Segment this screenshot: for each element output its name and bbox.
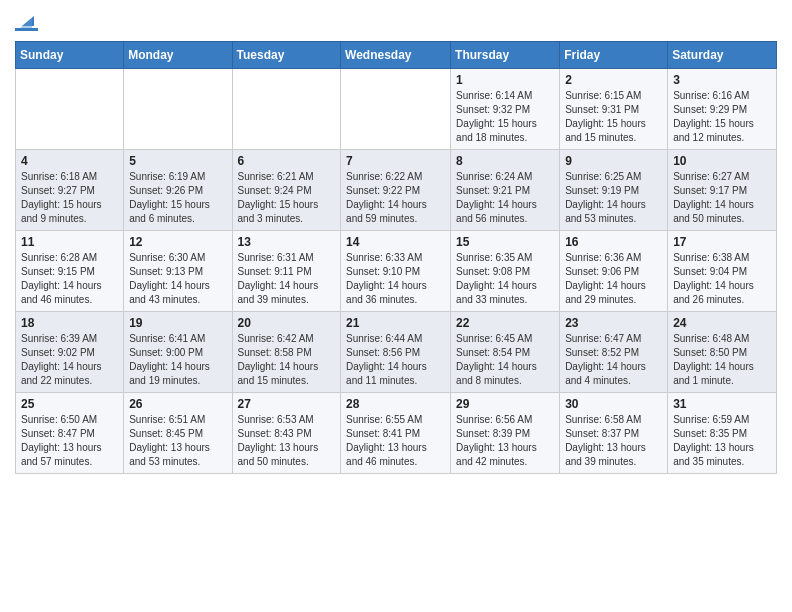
weekday-header-monday: Monday (124, 42, 232, 69)
calendar-cell: 26Sunrise: 6:51 AM Sunset: 8:45 PM Dayli… (124, 393, 232, 474)
weekday-header-row: SundayMondayTuesdayWednesdayThursdayFrid… (16, 42, 777, 69)
day-number: 14 (346, 235, 445, 249)
day-info: Sunrise: 6:36 AM Sunset: 9:06 PM Dayligh… (565, 251, 662, 307)
calendar-cell: 9Sunrise: 6:25 AM Sunset: 9:19 PM Daylig… (560, 150, 668, 231)
calendar-cell: 27Sunrise: 6:53 AM Sunset: 8:43 PM Dayli… (232, 393, 341, 474)
day-info: Sunrise: 6:28 AM Sunset: 9:15 PM Dayligh… (21, 251, 118, 307)
day-info: Sunrise: 6:58 AM Sunset: 8:37 PM Dayligh… (565, 413, 662, 469)
week-row-1: 1Sunrise: 6:14 AM Sunset: 9:32 PM Daylig… (16, 69, 777, 150)
calendar-cell: 7Sunrise: 6:22 AM Sunset: 9:22 PM Daylig… (341, 150, 451, 231)
calendar-cell (124, 69, 232, 150)
day-number: 10 (673, 154, 771, 168)
day-number: 9 (565, 154, 662, 168)
day-info: Sunrise: 6:48 AM Sunset: 8:50 PM Dayligh… (673, 332, 771, 388)
weekday-header-friday: Friday (560, 42, 668, 69)
day-number: 31 (673, 397, 771, 411)
logo-underline (15, 28, 38, 31)
calendar-cell: 11Sunrise: 6:28 AM Sunset: 9:15 PM Dayli… (16, 231, 124, 312)
day-number: 6 (238, 154, 336, 168)
day-number: 2 (565, 73, 662, 87)
week-row-4: 18Sunrise: 6:39 AM Sunset: 9:02 PM Dayli… (16, 312, 777, 393)
day-info: Sunrise: 6:25 AM Sunset: 9:19 PM Dayligh… (565, 170, 662, 226)
day-number: 23 (565, 316, 662, 330)
day-number: 28 (346, 397, 445, 411)
calendar-cell: 3Sunrise: 6:16 AM Sunset: 9:29 PM Daylig… (668, 69, 777, 150)
day-number: 29 (456, 397, 554, 411)
day-info: Sunrise: 6:47 AM Sunset: 8:52 PM Dayligh… (565, 332, 662, 388)
week-row-2: 4Sunrise: 6:18 AM Sunset: 9:27 PM Daylig… (16, 150, 777, 231)
calendar-cell: 24Sunrise: 6:48 AM Sunset: 8:50 PM Dayli… (668, 312, 777, 393)
day-info: Sunrise: 6:59 AM Sunset: 8:35 PM Dayligh… (673, 413, 771, 469)
day-info: Sunrise: 6:19 AM Sunset: 9:26 PM Dayligh… (129, 170, 226, 226)
day-info: Sunrise: 6:39 AM Sunset: 9:02 PM Dayligh… (21, 332, 118, 388)
day-number: 27 (238, 397, 336, 411)
calendar-cell: 4Sunrise: 6:18 AM Sunset: 9:27 PM Daylig… (16, 150, 124, 231)
calendar-cell: 17Sunrise: 6:38 AM Sunset: 9:04 PM Dayli… (668, 231, 777, 312)
calendar-cell: 13Sunrise: 6:31 AM Sunset: 9:11 PM Dayli… (232, 231, 341, 312)
day-number: 25 (21, 397, 118, 411)
weekday-header-saturday: Saturday (668, 42, 777, 69)
week-row-5: 25Sunrise: 6:50 AM Sunset: 8:47 PM Dayli… (16, 393, 777, 474)
day-info: Sunrise: 6:18 AM Sunset: 9:27 PM Dayligh… (21, 170, 118, 226)
day-number: 13 (238, 235, 336, 249)
calendar-cell: 16Sunrise: 6:36 AM Sunset: 9:06 PM Dayli… (560, 231, 668, 312)
calendar-cell: 20Sunrise: 6:42 AM Sunset: 8:58 PM Dayli… (232, 312, 341, 393)
day-info: Sunrise: 6:56 AM Sunset: 8:39 PM Dayligh… (456, 413, 554, 469)
day-info: Sunrise: 6:38 AM Sunset: 9:04 PM Dayligh… (673, 251, 771, 307)
day-number: 19 (129, 316, 226, 330)
day-info: Sunrise: 6:41 AM Sunset: 9:00 PM Dayligh… (129, 332, 226, 388)
calendar-cell: 12Sunrise: 6:30 AM Sunset: 9:13 PM Dayli… (124, 231, 232, 312)
day-info: Sunrise: 6:33 AM Sunset: 9:10 PM Dayligh… (346, 251, 445, 307)
day-number: 8 (456, 154, 554, 168)
day-info: Sunrise: 6:55 AM Sunset: 8:41 PM Dayligh… (346, 413, 445, 469)
day-number: 16 (565, 235, 662, 249)
day-number: 26 (129, 397, 226, 411)
day-info: Sunrise: 6:30 AM Sunset: 9:13 PM Dayligh… (129, 251, 226, 307)
day-info: Sunrise: 6:35 AM Sunset: 9:08 PM Dayligh… (456, 251, 554, 307)
day-info: Sunrise: 6:21 AM Sunset: 9:24 PM Dayligh… (238, 170, 336, 226)
day-number: 7 (346, 154, 445, 168)
day-number: 11 (21, 235, 118, 249)
header (15, 10, 777, 31)
logo (15, 10, 38, 31)
day-info: Sunrise: 6:44 AM Sunset: 8:56 PM Dayligh… (346, 332, 445, 388)
day-info: Sunrise: 6:22 AM Sunset: 9:22 PM Dayligh… (346, 170, 445, 226)
day-number: 4 (21, 154, 118, 168)
calendar-cell: 18Sunrise: 6:39 AM Sunset: 9:02 PM Dayli… (16, 312, 124, 393)
calendar-cell (232, 69, 341, 150)
calendar-cell: 10Sunrise: 6:27 AM Sunset: 9:17 PM Dayli… (668, 150, 777, 231)
calendar-cell: 19Sunrise: 6:41 AM Sunset: 9:00 PM Dayli… (124, 312, 232, 393)
day-info: Sunrise: 6:27 AM Sunset: 9:17 PM Dayligh… (673, 170, 771, 226)
day-number: 5 (129, 154, 226, 168)
weekday-header-sunday: Sunday (16, 42, 124, 69)
calendar-cell (16, 69, 124, 150)
day-number: 17 (673, 235, 771, 249)
day-info: Sunrise: 6:14 AM Sunset: 9:32 PM Dayligh… (456, 89, 554, 145)
day-info: Sunrise: 6:53 AM Sunset: 8:43 PM Dayligh… (238, 413, 336, 469)
calendar-cell: 14Sunrise: 6:33 AM Sunset: 9:10 PM Dayli… (341, 231, 451, 312)
day-number: 1 (456, 73, 554, 87)
day-number: 22 (456, 316, 554, 330)
day-number: 21 (346, 316, 445, 330)
day-number: 18 (21, 316, 118, 330)
calendar-cell: 31Sunrise: 6:59 AM Sunset: 8:35 PM Dayli… (668, 393, 777, 474)
calendar-cell: 25Sunrise: 6:50 AM Sunset: 8:47 PM Dayli… (16, 393, 124, 474)
day-number: 15 (456, 235, 554, 249)
day-info: Sunrise: 6:45 AM Sunset: 8:54 PM Dayligh… (456, 332, 554, 388)
day-info: Sunrise: 6:24 AM Sunset: 9:21 PM Dayligh… (456, 170, 554, 226)
calendar-cell: 23Sunrise: 6:47 AM Sunset: 8:52 PM Dayli… (560, 312, 668, 393)
calendar-cell: 1Sunrise: 6:14 AM Sunset: 9:32 PM Daylig… (451, 69, 560, 150)
weekday-header-thursday: Thursday (451, 42, 560, 69)
day-info: Sunrise: 6:15 AM Sunset: 9:31 PM Dayligh… (565, 89, 662, 145)
calendar-cell: 30Sunrise: 6:58 AM Sunset: 8:37 PM Dayli… (560, 393, 668, 474)
calendar-cell: 6Sunrise: 6:21 AM Sunset: 9:24 PM Daylig… (232, 150, 341, 231)
svg-marker-1 (20, 18, 32, 28)
day-number: 24 (673, 316, 771, 330)
day-number: 3 (673, 73, 771, 87)
day-info: Sunrise: 6:50 AM Sunset: 8:47 PM Dayligh… (21, 413, 118, 469)
day-info: Sunrise: 6:16 AM Sunset: 9:29 PM Dayligh… (673, 89, 771, 145)
calendar-cell: 2Sunrise: 6:15 AM Sunset: 9:31 PM Daylig… (560, 69, 668, 150)
day-number: 30 (565, 397, 662, 411)
day-info: Sunrise: 6:42 AM Sunset: 8:58 PM Dayligh… (238, 332, 336, 388)
calendar-cell: 15Sunrise: 6:35 AM Sunset: 9:08 PM Dayli… (451, 231, 560, 312)
